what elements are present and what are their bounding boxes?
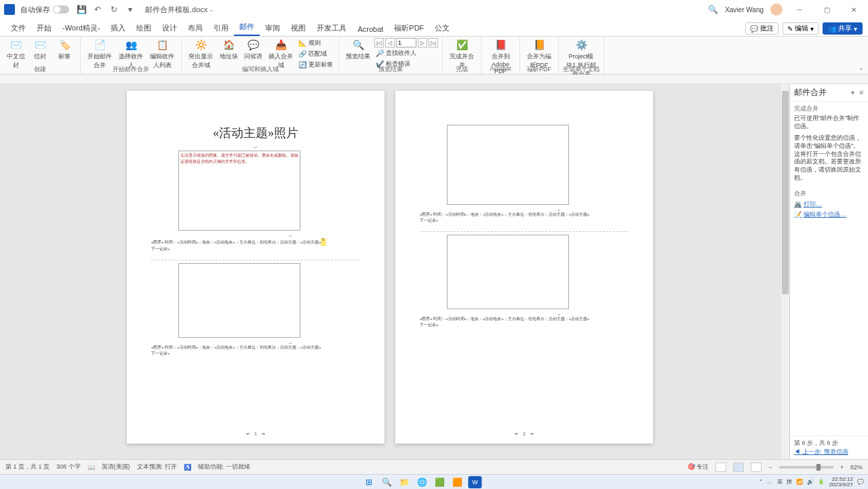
tab-gongwen[interactable]: 公文 — [429, 20, 455, 36]
update-labels-button[interactable]: 🔄更新标签 — [297, 60, 334, 70]
ime-mode[interactable]: 拼 — [787, 478, 792, 486]
word-taskbar-icon[interactable]: W — [468, 476, 481, 488]
tab-file[interactable]: 文件 — [5, 20, 31, 36]
tab-mailings[interactable]: 邮件 — [234, 19, 260, 36]
zoom-slider[interactable] — [779, 466, 833, 469]
save-icon[interactable]: 💾 — [76, 4, 87, 15]
document-area[interactable]: «活动主题»照片 ↵ 无法显示链接的图像。该文件可能已被移动、重命名或删除。请验… — [0, 84, 780, 459]
tab-acrobat[interactable]: Acrobat — [352, 22, 389, 36]
page-1[interactable]: «活动主题»照片 ↵ 无法显示链接的图像。该文件可能已被移动、重命名或删除。请验… — [127, 91, 384, 444]
image-placeholder-1[interactable]: 无法显示链接的图像。该文件可能已被移动、重命名或删除。请验证该链接是否指向正确的… — [178, 151, 300, 231]
image-placeholder-4[interactable] — [447, 235, 569, 309]
collapse-ribbon-icon[interactable]: ⌄ — [859, 64, 864, 71]
envelope-button[interactable]: ✉️信封 — [28, 38, 52, 61]
spellcheck-icon[interactable]: 📖 — [87, 464, 95, 471]
tab-insert[interactable]: 插入 — [105, 20, 131, 36]
qat-dropdown-icon[interactable]: ▾ — [125, 4, 136, 15]
autosave-switch[interactable] — [53, 5, 69, 14]
battery-icon[interactable]: 🔋 — [818, 479, 825, 485]
greeting-line-button[interactable]: 💬问候语 — [241, 38, 264, 61]
edit-recipient-list-button[interactable]: 📋编辑收件人列表 — [147, 38, 177, 70]
ime-lang[interactable]: 英 — [777, 478, 783, 486]
share-button[interactable]: 👥 共享 ▾ — [823, 22, 863, 35]
vertical-scrollbar[interactable] — [780, 84, 789, 459]
caption-1[interactable]: «图序» 时间：«活动时间»；地点：«活动地点»；主办单位：伯伦希尔；活动主题：… — [151, 238, 360, 246]
accessibility-icon[interactable]: ♿ — [184, 464, 191, 471]
zoom-out-button[interactable]: − — [768, 464, 772, 471]
rules-button[interactable]: 📐规则 — [297, 38, 334, 48]
find-recipient-button[interactable]: 🔎查找收件人 — [374, 48, 438, 58]
edge-icon[interactable]: 🌐 — [415, 476, 429, 488]
notifications-icon[interactable]: 💬 — [857, 479, 864, 485]
volume-icon[interactable]: 🔊 — [807, 479, 814, 485]
last-record-button[interactable]: ▷| — [429, 38, 438, 47]
word-count-status[interactable]: 308 个字 — [56, 463, 81, 471]
tab-foxit[interactable]: 福昕PDF — [389, 20, 429, 36]
match-fields-button[interactable]: 🔗匹配域 — [297, 49, 334, 59]
record-number-input[interactable] — [396, 38, 416, 47]
caption-4[interactable]: «图序» 时间：«活动时间»；地点：«活动地点»；主办单位：伯伦希尔；活动主题：… — [420, 317, 629, 322]
tab-home[interactable]: 开始 — [31, 20, 57, 36]
image-placeholder-3[interactable] — [447, 125, 569, 205]
prev-record-button[interactable]: ◁ — [385, 38, 395, 47]
tray-onedrive-icon[interactable]: ☁️ — [766, 479, 773, 485]
print-link[interactable]: 🖨️打印… — [790, 199, 868, 210]
highlight-merge-fields-button[interactable]: 🔆突出显示合并域 — [186, 38, 216, 70]
next-record-button[interactable]: ▷ — [418, 38, 427, 47]
print-layout-button[interactable] — [733, 463, 744, 472]
focus-mode-button[interactable]: 🎯 专注 — [688, 463, 709, 471]
close-button[interactable]: ✕ — [844, 3, 864, 16]
address-block-button[interactable]: 🏠地址块 — [217, 38, 240, 61]
horizontal-ruler[interactable] — [0, 75, 868, 84]
caption-3[interactable]: «图序» 时间：«活动时间»；地点：«活动地点»；主办单位：伯伦希尔；活动主题：… — [420, 212, 629, 218]
autosave-toggle[interactable]: 自动保存 — [20, 5, 69, 15]
tab-developer[interactable]: 开发工具 — [311, 20, 352, 36]
search-icon[interactable]: 🔍 — [708, 5, 718, 14]
chinese-envelope-button[interactable]: ✉️中文信封 — [4, 38, 27, 70]
start-mail-merge-button[interactable]: 📄开始邮件合并 — [85, 38, 115, 70]
undo-icon[interactable]: ↶ — [92, 4, 103, 15]
first-record-button[interactable]: |◁ — [374, 38, 384, 47]
edit-letters-link[interactable]: 📝编辑单个信函… — [790, 210, 868, 220]
comments-button[interactable]: 💬 批注 — [745, 22, 778, 35]
app-icon-2[interactable]: 🟧 — [450, 476, 464, 488]
image-placeholder-2[interactable] — [178, 263, 300, 338]
minimize-button[interactable]: ─ — [789, 3, 810, 16]
task-pane-close-icon[interactable]: ✕ — [859, 89, 864, 96]
redo-icon[interactable]: ↻ — [108, 4, 119, 15]
editing-mode-button[interactable]: ✎ 编辑 ▾ — [783, 22, 818, 35]
read-mode-button[interactable] — [715, 463, 726, 472]
wifi-icon[interactable]: 📶 — [796, 479, 803, 485]
web-layout-button[interactable] — [751, 463, 762, 472]
zoom-level[interactable]: 82% — [850, 464, 863, 471]
tab-review[interactable]: 审阅 — [260, 20, 285, 36]
tab-layout[interactable]: 布局 — [182, 20, 208, 36]
app-icon-1[interactable]: 🟩 — [433, 476, 446, 488]
accessibility-status[interactable]: 辅助功能: 一切就绪 — [198, 463, 250, 471]
maximize-button[interactable]: ▢ — [816, 3, 837, 16]
task-pane-dropdown-icon[interactable]: ▾ — [851, 89, 854, 96]
user-avatar[interactable] — [770, 3, 783, 16]
tab-draw[interactable]: 绘图 — [131, 20, 157, 36]
tray-chevron-icon[interactable]: ˄ — [760, 479, 762, 485]
tab-design[interactable]: 设计 — [157, 20, 182, 36]
filename-dropdown-icon[interactable]: ⌄ — [209, 6, 214, 13]
system-clock[interactable]: 22:52:12 2023/9/27 — [829, 477, 853, 488]
file-explorer-icon[interactable]: 📁 — [397, 476, 411, 488]
tab-wordgenie[interactable]: -Word精灵- — [57, 20, 105, 36]
username-label[interactable]: Xavier Wang — [725, 6, 764, 14]
zoom-in-button[interactable]: + — [840, 464, 844, 471]
page-count-status[interactable]: 第 1 页，共 1 页 — [5, 463, 50, 471]
caption-2[interactable]: «图序» 时间：«活动时间»；地点：«活动地点»；主办单位：伯伦希尔；活动主题：… — [151, 345, 360, 351]
text-predict-status[interactable]: 文本预测: 打开 — [137, 463, 177, 471]
start-button[interactable]: ⊞ — [362, 476, 376, 488]
tab-view[interactable]: 视图 — [285, 20, 311, 36]
page-2[interactable]: ↵ «图序» 时间：«活动时间»；地点：«活动地点»；主办单位：伯伦希尔；活动主… — [395, 91, 653, 444]
labels-button[interactable]: 🏷️标签 — [53, 38, 76, 61]
taskbar-search-icon[interactable]: 🔍 — [380, 476, 393, 488]
document-filename[interactable]: 邮件合并模板.docx — [145, 5, 208, 15]
prev-step-link[interactable]: ◀ 上一步: 预览信函 — [794, 448, 864, 456]
tab-references[interactable]: 引用 — [208, 20, 234, 36]
scrollbar-thumb[interactable] — [782, 91, 789, 294]
preview-results-button[interactable]: 🔍预览结果 — [343, 38, 373, 61]
